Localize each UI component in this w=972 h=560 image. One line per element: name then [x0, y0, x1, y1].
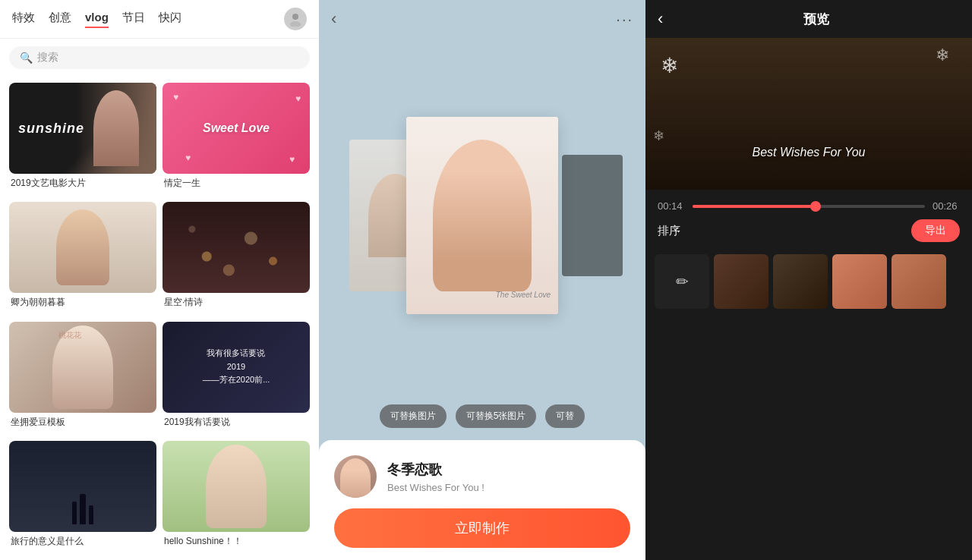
thumb-hello	[163, 441, 310, 532]
portrait-silhouette	[93, 90, 139, 166]
tab-creative[interactable]: 创意	[49, 11, 71, 28]
template-list-panel: 特效 创意 vlog 节日 快闪 🔍 搜索 sunshine 2019文艺电影大…	[0, 0, 319, 560]
template-info-card: 冬季恋歌 Best Wishes For You ! 立即制作	[319, 440, 645, 560]
time-start-label: 00:14	[658, 200, 685, 212]
editor-header: ‹ 预览	[645, 0, 972, 38]
thumb-strip-face2[interactable]	[773, 254, 828, 309]
template-info-top: 冬季恋歌 Best Wishes For You !	[334, 455, 630, 498]
template-title-sweet-love: 情定一生	[163, 177, 310, 190]
thumb-lvxing	[9, 441, 156, 532]
template-grid: sunshine 2019文艺电影大片 Sweet Love ♥ ♥ ♥ ♥ 情…	[0, 77, 319, 560]
hua-text: 我有很多话要说2019——芳在2020前...	[203, 347, 270, 387]
main-photo-person	[433, 140, 532, 291]
search-bar[interactable]: 🔍 搜索	[9, 46, 310, 69]
thumb-sunshine: sunshine	[9, 83, 156, 174]
thumb-strip-face3[interactable]	[832, 254, 887, 309]
actions-row: 排序 导出	[658, 219, 960, 242]
preview-more-button[interactable]: ···	[616, 11, 633, 28]
main-photo: The Sweet Love	[406, 117, 558, 314]
video-editor-panel: ‹ 预览 ❄ ❄ ❄ Best Wishes For You 00:14 00:…	[645, 0, 972, 560]
thumb-strip-face1[interactable]	[714, 254, 768, 309]
template-avatar	[334, 455, 377, 498]
template-card-lvxing[interactable]: 旅行的意义是什么	[9, 441, 156, 554]
slide-btn-2[interactable]: 可替换5张图片	[456, 404, 537, 428]
sunshine-portrait	[75, 83, 156, 174]
thumb-strip-face4[interactable]	[892, 254, 946, 309]
progress-bar[interactable]	[693, 205, 925, 208]
sweet-love-text: Sweet Love	[203, 121, 270, 135]
thumb-2019hua: 我有很多话要说2019——芳在2020前...	[163, 322, 310, 413]
template-card-hello[interactable]: hello Sunshine！！	[163, 441, 310, 554]
thumb-person-1	[714, 254, 768, 309]
thumb-zuoyong: 桃花花	[9, 322, 156, 413]
template-title-lvxing: 旅行的意义是什么	[9, 535, 156, 548]
svg-point-1	[290, 21, 301, 27]
template-title: 冬季恋歌	[387, 461, 484, 479]
preview-header: ‹ ···	[319, 0, 645, 38]
side-right-photo	[562, 155, 623, 276]
main-photo-text: The Sweet Love	[496, 291, 551, 299]
silhouettes	[72, 494, 93, 524]
template-subtitle: Best Wishes For You !	[387, 482, 484, 493]
face-dark-bg: ❄ ❄ ❄ Best Wishes For You	[645, 38, 972, 190]
time-end-label: 00:26	[933, 200, 960, 212]
editor-preview-area: ❄ ❄ ❄ Best Wishes For You	[645, 38, 972, 190]
svg-point-0	[292, 14, 298, 20]
template-title-sunshine: 2019文艺电影大片	[9, 177, 156, 190]
progress-thumb[interactable]	[810, 201, 821, 212]
thumb-person-3	[832, 254, 887, 309]
thumbnail-strip: ✏	[645, 248, 972, 315]
tab-holiday[interactable]: 节日	[122, 11, 145, 28]
time-row: 00:14 00:26	[658, 200, 960, 212]
tab-vlog[interactable]: vlog	[85, 11, 109, 28]
search-placeholder: 搜索	[37, 51, 58, 64]
template-preview-panel: ‹ ··· The Sweet Love 可替换图片 可替换5张图片 可替	[319, 0, 645, 560]
carousel-main-slide[interactable]: The Sweet Love	[406, 117, 558, 314]
bokeh-bg	[163, 202, 310, 293]
progress-fill	[693, 205, 816, 208]
editor-back-button[interactable]: ‹	[658, 9, 663, 29]
template-card-xingkong[interactable]: 星空·情诗	[163, 202, 310, 315]
template-title-xingkong: 星空·情诗	[163, 296, 310, 309]
user-avatar[interactable]	[284, 8, 307, 30]
preview-back-button[interactable]: ‹	[331, 9, 336, 29]
template-title-zuoyong: 坐拥爱豆模板	[9, 416, 156, 429]
thumb-person-4	[892, 254, 946, 309]
snowflake-icon-2: ❄	[936, 46, 949, 65]
template-title-2019hua: 2019我有话要说	[163, 416, 310, 429]
template-title-chao-chao: 卿为朝朝暮暮	[9, 296, 156, 309]
snowflake-icon-3: ❄	[653, 127, 664, 144]
export-button[interactable]: 导出	[911, 219, 960, 242]
carousel-side-right	[562, 155, 623, 276]
heart-icon-4: ♥	[289, 154, 295, 165]
slide-buttons: 可替换图片 可替换5张图片 可替	[319, 392, 645, 440]
snowflake-icon-1: ❄	[661, 53, 678, 78]
thumb-person-2	[773, 254, 828, 309]
slide-btn-1[interactable]: 可替换图片	[380, 404, 447, 428]
editor-title: 预览	[672, 11, 960, 28]
heart-icon-1: ♥	[173, 92, 178, 102]
template-card-sunshine[interactable]: sunshine 2019文艺电影大片	[9, 83, 156, 196]
search-icon: 🔍	[20, 52, 33, 64]
template-title-hello: hello Sunshine！！	[163, 535, 310, 548]
template-card-zuoyong[interactable]: 桃花花 坐拥爱豆模板	[9, 322, 156, 435]
thumb-strip-edit[interactable]: ✏	[655, 254, 709, 309]
editor-controls: 00:14 00:26 排序 导出	[645, 190, 972, 248]
template-card-sweet-love[interactable]: Sweet Love ♥ ♥ ♥ ♥ 情定一生	[163, 83, 310, 196]
sort-label: 排序	[658, 224, 680, 238]
make-button[interactable]: 立即制作	[334, 508, 630, 548]
template-card-2019hua[interactable]: 我有很多话要说2019——芳在2020前... 2019我有话要说	[163, 322, 310, 435]
preview-carousel: The Sweet Love	[319, 38, 645, 392]
tab-special-effects[interactable]: 特效	[12, 11, 35, 28]
thumb-chao-chao	[9, 202, 156, 293]
editor-main-image: ❄ ❄ ❄ Best Wishes For You	[645, 38, 972, 190]
tab-bar: 特效 创意 vlog 节日 快闪	[0, 0, 319, 39]
sunshine-label: sunshine	[18, 121, 84, 137]
template-card-chao-chao[interactable]: 卿为朝朝暮暮	[9, 202, 156, 315]
carousel-slide: The Sweet Love	[319, 83, 645, 348]
template-info-texts: 冬季恋歌 Best Wishes For You !	[387, 461, 484, 493]
tab-flash[interactable]: 快闪	[159, 11, 181, 28]
edit-icon: ✏	[676, 272, 689, 291]
avatar-figure	[340, 458, 371, 498]
slide-btn-3[interactable]: 可替	[545, 404, 585, 428]
